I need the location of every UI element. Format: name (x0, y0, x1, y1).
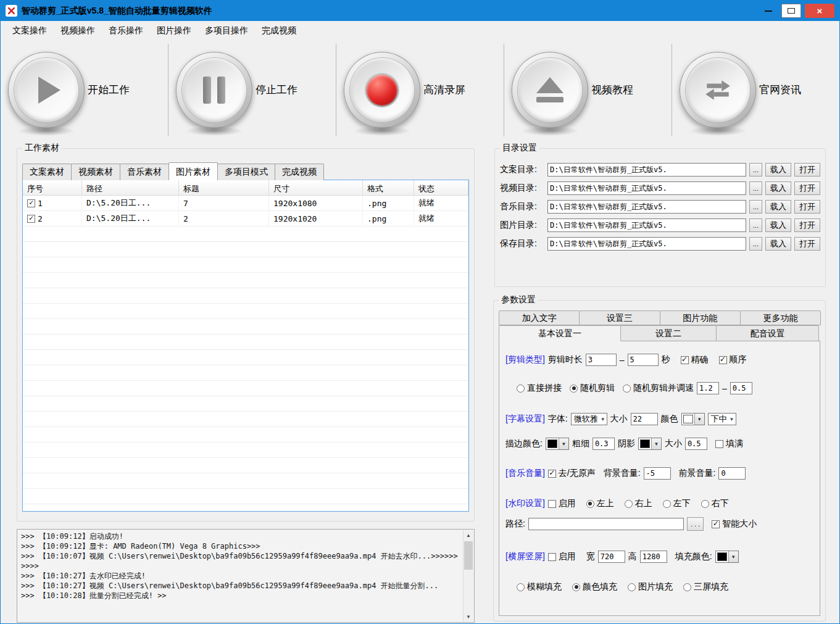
tab-dubbing-settings[interactable]: 配音设置 (716, 325, 819, 341)
menu-item-finish-video[interactable]: 完成视频 (255, 22, 303, 40)
load-button[interactable]: 载入 (765, 237, 791, 251)
wm-pos-top-left[interactable]: 左上 (586, 498, 614, 509)
width-input[interactable] (598, 551, 625, 563)
tab-music-material[interactable]: 音乐素材 (120, 164, 169, 180)
font-family-select[interactable]: 微软雅▼ (571, 413, 607, 425)
height-input[interactable] (640, 551, 667, 563)
open-button[interactable]: 打开 (794, 200, 820, 214)
mode-radio-direct[interactable]: 直接拼接 (517, 383, 562, 394)
browse-button[interactable]: ... (749, 200, 762, 214)
text-dir-input[interactable] (547, 163, 746, 177)
tab-add-text[interactable]: 加入文字 (499, 310, 580, 325)
watermark-browse-button[interactable]: . . . (687, 517, 704, 531)
subtitle-row: [字幕设置] 字体: 微软雅▼ 大小 颜色 ▼ 下中▼ (505, 413, 813, 425)
font-size-input[interactable] (631, 413, 658, 425)
fill-color-picker[interactable]: ▼ (715, 551, 739, 563)
menu-item-multiproject-ops[interactable]: 多项目操作 (198, 22, 255, 40)
table-row[interactable]: 2 D:\5.20日工... 2 1920x1020 .png 就绪 (23, 211, 468, 227)
tab-settings-3[interactable]: 设置三 (579, 310, 660, 325)
order-checkbox[interactable]: 顺序 (719, 354, 747, 365)
start-work-button[interactable] (8, 52, 85, 128)
video-dir-input[interactable] (547, 181, 746, 195)
fill-radio-three-screen[interactable]: 三屏填充 (683, 581, 728, 593)
shadow-size-input[interactable] (685, 438, 707, 450)
outline-width-input[interactable] (593, 438, 615, 450)
load-button[interactable]: 载入 (765, 218, 791, 232)
browse-button[interactable]: ... (749, 237, 762, 251)
mode-radio-random-speed[interactable]: 随机剪辑并调速 (623, 383, 694, 394)
screen-record-button[interactable] (344, 52, 420, 128)
load-button[interactable]: 载入 (765, 163, 791, 177)
orientation-enable-checkbox[interactable]: 启用 (548, 551, 576, 562)
browse-button[interactable]: ... (749, 181, 762, 195)
scroll-up-icon[interactable]: ▲ (464, 530, 473, 540)
mode-radio-random[interactable]: 随机剪辑 (570, 383, 615, 394)
duration-max-input[interactable] (628, 354, 659, 366)
open-button[interactable]: 打开 (794, 237, 820, 251)
image-dir-input[interactable] (547, 218, 746, 232)
load-button[interactable]: 载入 (765, 200, 791, 214)
load-button[interactable]: 载入 (765, 181, 791, 195)
minimize-button[interactable] (759, 4, 778, 18)
dir-row-save: 保存目录: ... 载入 打开 (500, 236, 820, 251)
tab-finished-video[interactable]: 完成视频 (275, 164, 324, 180)
col-status[interactable]: 状态 (414, 180, 468, 195)
tab-image-material[interactable]: 图片素材 (168, 162, 218, 180)
save-dir-input[interactable] (547, 237, 746, 251)
log-scrollbar[interactable]: ▲ ▼ (463, 530, 473, 622)
wm-pos-bottom-right[interactable]: 右下 (701, 498, 729, 509)
watermark-enable-checkbox[interactable]: 启用 (548, 498, 576, 509)
fg-volume-input[interactable] (718, 467, 746, 480)
tab-multi-project[interactable]: 多项目模式 (217, 164, 275, 180)
outline-color-picker[interactable]: ▼ (546, 438, 569, 450)
menu-item-music-ops[interactable]: 音乐操作 (102, 22, 150, 40)
row-checkbox[interactable] (27, 215, 35, 223)
subtitle-position-select[interactable]: 下中▼ (708, 413, 736, 425)
col-path[interactable]: 路径 (82, 180, 179, 195)
font-color-picker[interactable]: ▼ (681, 413, 705, 425)
table-row[interactable]: 1 D:\5.20日工... 7 1920x1080 .png 就绪 (23, 196, 468, 211)
precise-checkbox[interactable]: 精确 (681, 354, 709, 365)
menu-item-text-ops[interactable]: 文案操作 (6, 22, 54, 40)
open-button[interactable]: 打开 (794, 181, 820, 195)
wm-pos-top-right[interactable]: 右上 (625, 498, 652, 509)
row-checkbox[interactable] (27, 199, 35, 207)
menu-item-image-ops[interactable]: 图片操作 (150, 22, 198, 40)
stop-work-button[interactable] (176, 52, 252, 128)
tab-settings-2[interactable]: 设置二 (620, 325, 717, 341)
bg-volume-input[interactable] (644, 467, 671, 480)
official-news-button[interactable] (680, 52, 756, 128)
scroll-down-icon[interactable]: ▼ (464, 612, 473, 622)
fill-checkbox[interactable]: 填满 (715, 438, 743, 449)
close-button[interactable]: × (805, 4, 834, 18)
watermark-path-input[interactable] (528, 518, 684, 530)
tab-image-functions[interactable]: 图片功能 (660, 310, 741, 325)
mute-checkbox[interactable]: 去/无原声 (548, 468, 596, 479)
shadow-color-picker[interactable]: ▼ (638, 438, 662, 450)
scroll-thumb[interactable] (464, 541, 473, 570)
music-dir-input[interactable] (547, 200, 746, 214)
col-seq[interactable]: 序号 (23, 180, 82, 195)
maximize-button[interactable] (781, 4, 801, 18)
col-title[interactable]: 标题 (179, 180, 269, 195)
fill-radio-image[interactable]: 图片填充 (628, 581, 673, 593)
tab-text-material[interactable]: 文案素材 (22, 164, 72, 180)
open-button[interactable]: 打开 (794, 218, 820, 232)
open-button[interactable]: 打开 (794, 163, 820, 177)
tab-video-material[interactable]: 视频素材 (71, 164, 120, 180)
browse-button[interactable]: ... (749, 218, 762, 232)
tab-basic-settings-1[interactable]: 基本设置一 (499, 325, 621, 341)
speed-max-input[interactable] (730, 382, 752, 394)
fill-radio-blur[interactable]: 模糊填充 (517, 581, 562, 593)
duration-min-input[interactable] (586, 354, 617, 366)
tab-more-functions[interactable]: 更多功能 (740, 310, 821, 325)
col-size[interactable]: 尺寸 (269, 180, 363, 195)
wm-pos-bottom-left[interactable]: 左下 (663, 498, 691, 509)
speed-min-input[interactable] (697, 382, 719, 394)
video-tutorial-button[interactable] (512, 52, 588, 128)
browse-button[interactable]: ... (749, 163, 762, 177)
menu-item-video-ops[interactable]: 视频操作 (54, 22, 102, 40)
smart-size-checkbox[interactable]: 智能大小 (712, 518, 757, 530)
fill-radio-color[interactable]: 颜色填充 (572, 581, 617, 593)
col-format[interactable]: 格式 (363, 180, 414, 195)
